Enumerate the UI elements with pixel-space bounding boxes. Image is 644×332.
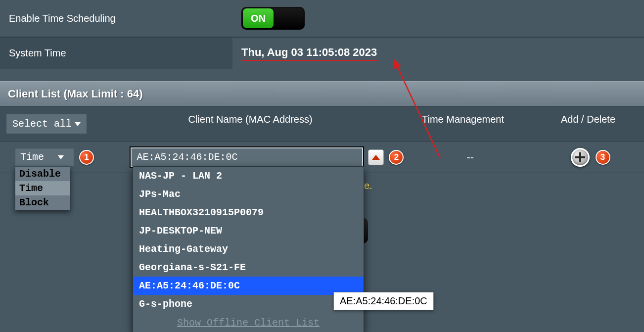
plus-icon: [575, 152, 585, 162]
system-time-value-cell: Thu, Aug 03 11:05:08 2023: [232, 39, 644, 68]
client-table-header: Select all Client Name (MAC Address) Tim…: [0, 106, 644, 142]
client-option[interactable]: Heating-Gateway: [133, 240, 364, 258]
client-option[interactable]: G-s-phone: [133, 295, 364, 313]
time-management-value: --: [404, 151, 537, 164]
hint-text-fragment: e.: [364, 180, 372, 191]
step-badge-3: 3: [596, 150, 610, 165]
select-all-label: Select all: [12, 118, 72, 130]
client-list-header: Client List (Max Limit : 64): [0, 81, 644, 106]
col-add-delete: Add / Delete: [532, 107, 644, 141]
client-option[interactable]: JPs-Mac: [133, 185, 364, 203]
row-system-time: System Time Thu, Aug 03 11:05:08 2023: [0, 38, 644, 69]
show-offline-clients-link[interactable]: Show Offline Client List: [133, 313, 364, 332]
mac-tooltip: AE:A5:24:46:DE:0C: [333, 292, 434, 310]
client-option[interactable]: HEALTHBOX3210915P0079: [133, 203, 364, 222]
chevron-down-icon: [58, 155, 64, 159]
client-option[interactable]: JP-DESKTOP-NEW: [133, 222, 364, 240]
client-mac-input[interactable]: [131, 147, 363, 167]
toggle-on-indicator: ON: [243, 8, 274, 28]
chevron-down-icon: [75, 122, 81, 126]
row-enable-scheduling: Enable Time Scheduling ON: [0, 0, 644, 38]
client-dropdown-list: NAS-JP - LAN 2 JPs-Mac HEALTHBOX3210915P…: [133, 166, 364, 332]
system-time-label: System Time: [0, 38, 232, 69]
mode-option-disable[interactable]: Disable: [15, 167, 70, 181]
select-all-button[interactable]: Select all: [6, 114, 87, 134]
enable-scheduling-label: Enable Time Scheduling: [0, 3, 232, 34]
mode-option-block[interactable]: Block: [15, 195, 70, 210]
client-option[interactable]: Georgiana-s-S21-FE: [133, 258, 364, 277]
mode-select[interactable]: Time: [15, 148, 74, 166]
enable-scheduling-toggle[interactable]: ON: [241, 7, 305, 30]
col-time-management: Time Management: [394, 107, 532, 141]
step-badge-2: 2: [389, 150, 404, 165]
mode-select-value: Time: [20, 151, 44, 163]
client-dropdown-toggle[interactable]: [368, 149, 384, 165]
system-time-text: Thu, Aug 03 11:05:08 2023: [241, 46, 377, 61]
enable-scheduling-value: ON: [232, 0, 644, 37]
client-option-selected[interactable]: AE:A5:24:46:DE:0C: [133, 277, 364, 295]
step-badge-1: 1: [79, 150, 94, 165]
client-option[interactable]: NAS-JP - LAN 2: [133, 167, 364, 185]
triangle-up-icon: [372, 155, 380, 160]
col-client-name: Client Name (MAC Address): [107, 107, 394, 141]
mode-option-time[interactable]: Time: [15, 181, 70, 195]
mode-dropdown: Disable Time Block: [15, 166, 70, 210]
add-client-button[interactable]: [571, 148, 590, 167]
